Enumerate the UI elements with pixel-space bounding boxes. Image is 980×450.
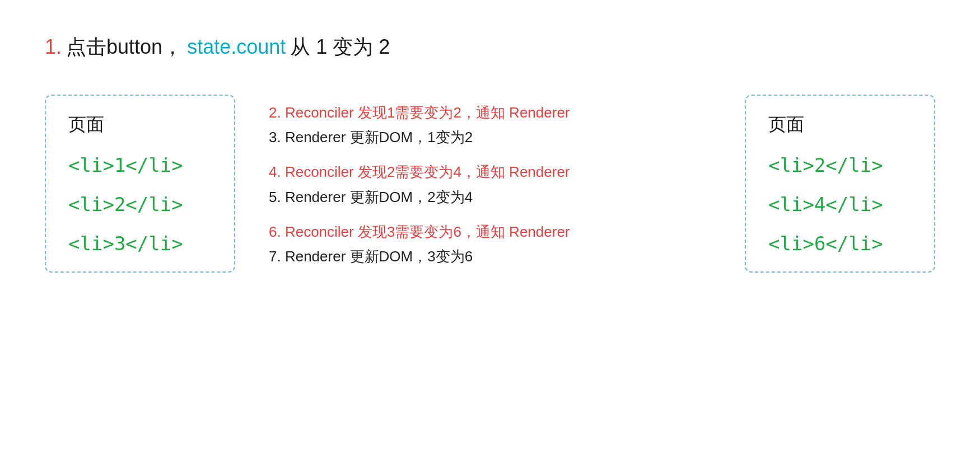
step-4: 4. Reconciler 发现2需要变为4，通知 Renderer bbox=[269, 160, 711, 184]
title-state-count: state.count bbox=[187, 35, 286, 59]
main-content: 页面 <li>1</li> <li>2</li> <li>3</li> 2. R… bbox=[45, 95, 935, 279]
right-li-item-3: <li>6</li> bbox=[768, 232, 912, 255]
right-li-item-2: <li>4</li> bbox=[768, 193, 912, 215]
left-page-box: 页面 <li>1</li> <li>2</li> <li>3</li> bbox=[45, 95, 235, 273]
step-6: 6. Reconciler 发现3需要变为6，通知 Renderer bbox=[269, 219, 711, 244]
steps-section: 2. Reconciler 发现1需要变为2，通知 Renderer 3. Re… bbox=[269, 95, 711, 279]
left-li-item-3: <li>3</li> bbox=[68, 232, 212, 255]
step-group-1: 2. Reconciler 发现1需要变为2，通知 Renderer 3. Re… bbox=[269, 100, 711, 149]
left-li-item-1: <li>1</li> bbox=[68, 154, 212, 176]
left-li-item-2: <li>2</li> bbox=[68, 193, 212, 215]
right-page-label: 页面 bbox=[768, 112, 912, 137]
title-text-before: 点击button， bbox=[66, 34, 183, 61]
right-li-item-1: <li>2</li> bbox=[768, 154, 912, 176]
right-page-box: 页面 <li>2</li> <li>4</li> <li>6</li> bbox=[745, 95, 935, 273]
title-line: 1. 点击button， state.count 从 1 变为 2 bbox=[45, 34, 935, 61]
step-group-3: 6. Reconciler 发现3需要变为6，通知 Renderer 7. Re… bbox=[269, 219, 711, 269]
step-5: 5. Renderer 更新DOM，2变为4 bbox=[269, 185, 711, 209]
title-text-after: 从 1 变为 2 bbox=[290, 34, 390, 61]
title-number: 1. bbox=[45, 35, 62, 59]
step-3: 3. Renderer 更新DOM，1变为2 bbox=[269, 125, 711, 149]
left-page-label: 页面 bbox=[68, 112, 212, 137]
step-7: 7. Renderer 更新DOM，3变为6 bbox=[269, 244, 711, 269]
step-2: 2. Reconciler 发现1需要变为2，通知 Renderer bbox=[269, 100, 711, 125]
step-group-2: 4. Reconciler 发现2需要变为4，通知 Renderer 5. Re… bbox=[269, 160, 711, 209]
